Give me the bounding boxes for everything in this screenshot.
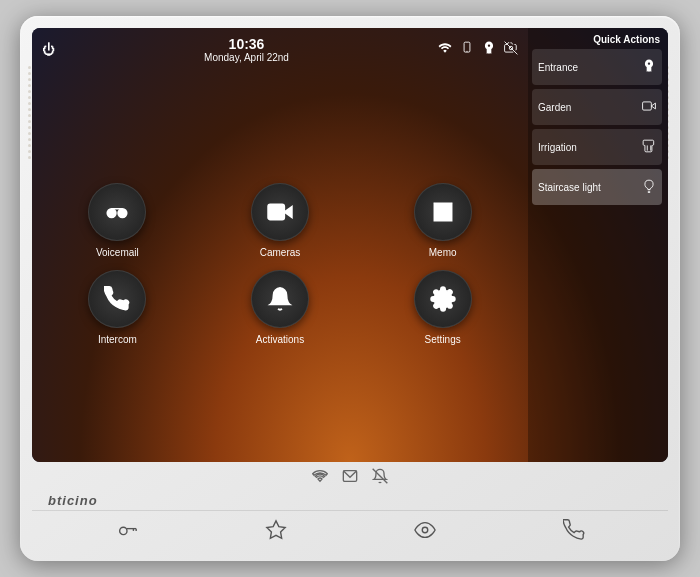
- svg-point-4: [118, 208, 127, 217]
- svg-line-15: [373, 469, 388, 484]
- top-bar-right: [438, 41, 518, 58]
- quick-actions-title: Quick Actions: [532, 34, 662, 45]
- svg-point-21: [422, 527, 428, 533]
- qa-garden-icon: [642, 99, 656, 116]
- memo-label: Memo: [429, 247, 457, 258]
- bottom-nav: [32, 510, 668, 549]
- svg-marker-20: [266, 521, 284, 538]
- cameras-label: Cameras: [260, 247, 301, 258]
- settings-item[interactable]: Settings: [367, 270, 518, 345]
- memo-item[interactable]: Memo: [367, 183, 518, 258]
- voicemail-item[interactable]: Voicemail: [42, 183, 193, 258]
- intercom-button[interactable]: [88, 270, 146, 328]
- qa-irrigation-icon: [642, 139, 656, 156]
- svg-point-16: [119, 527, 126, 534]
- qa-entrance-label: Entrance: [538, 62, 578, 73]
- activations-label: Activations: [256, 334, 304, 345]
- clock-time: 10:36: [204, 36, 289, 52]
- qa-staircase-light-label: Staircase light: [538, 182, 601, 193]
- device-body: for(let i=0;i<80;i++) document.currentSc…: [20, 16, 680, 561]
- key-icon: [482, 41, 496, 58]
- quick-actions-panel: Quick Actions Entrance Garden Irrigation: [528, 28, 668, 462]
- qa-entrance-icon: [642, 59, 656, 76]
- clock-date: Monday, April 22nd: [204, 52, 289, 63]
- cameras-button[interactable]: [251, 183, 309, 241]
- nav-phone[interactable]: [543, 515, 605, 545]
- qa-irrigation[interactable]: Irrigation: [532, 129, 662, 165]
- app-grid: Voicemail Cameras Memo: [42, 73, 518, 454]
- cameras-item[interactable]: Cameras: [205, 183, 356, 258]
- settings-button[interactable]: [414, 270, 472, 328]
- nav-eye[interactable]: [394, 515, 456, 545]
- phone-screen-icon: [460, 41, 474, 58]
- nav-star[interactable]: [245, 515, 307, 545]
- svg-point-1: [466, 51, 467, 52]
- status-bell-icon: [372, 468, 388, 487]
- qa-entrance[interactable]: Entrance: [532, 49, 662, 85]
- qa-staircase-light[interactable]: Staircase light: [532, 169, 662, 205]
- top-bar-left: ⏻: [42, 42, 55, 57]
- intercom-item[interactable]: Intercom: [42, 270, 193, 345]
- qa-garden[interactable]: Garden: [532, 89, 662, 125]
- voicemail-label: Voicemail: [96, 247, 139, 258]
- memo-button[interactable]: [414, 183, 472, 241]
- camera-blocked-icon: [504, 41, 518, 58]
- qa-irrigation-label: Irrigation: [538, 142, 577, 153]
- bottom-status-bar: [312, 462, 388, 491]
- qa-garden-label: Garden: [538, 102, 571, 113]
- svg-point-7: [279, 288, 281, 290]
- activations-item[interactable]: Activations: [205, 270, 356, 345]
- top-bar-center: 10:36 Monday, April 22nd: [204, 36, 289, 63]
- qa-staircase-light-icon: [642, 179, 656, 196]
- activations-button[interactable]: [251, 270, 309, 328]
- top-bar: ⏻ 10:36 Monday, April 22nd: [42, 36, 518, 63]
- voicemail-button[interactable]: [88, 183, 146, 241]
- settings-label: Settings: [425, 334, 461, 345]
- svg-point-3: [108, 208, 117, 217]
- brand-logo: bticino: [48, 493, 668, 508]
- svg-rect-9: [643, 101, 652, 109]
- svg-rect-6: [268, 204, 284, 219]
- status-wifi-icon: [312, 468, 328, 487]
- svg-rect-0: [464, 42, 470, 52]
- wifi-icon: [438, 41, 452, 58]
- main-screen-content: ⏻ 10:36 Monday, April 22nd: [32, 28, 528, 462]
- intercom-label: Intercom: [98, 334, 137, 345]
- status-mail-icon: [342, 468, 358, 487]
- power-icon[interactable]: ⏻: [42, 42, 55, 57]
- nav-key[interactable]: [96, 515, 158, 545]
- screen: ⏻ 10:36 Monday, April 22nd: [32, 28, 668, 462]
